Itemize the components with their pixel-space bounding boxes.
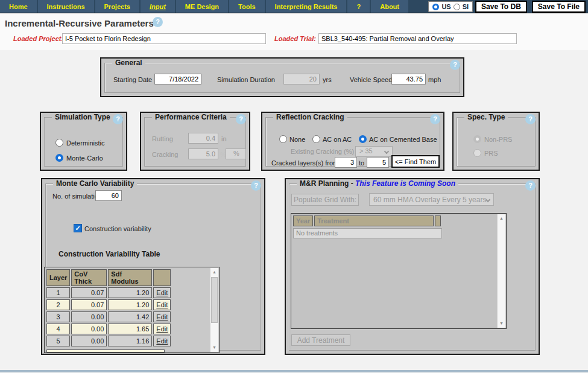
simulation-duration-label: Simulation Duration: [217, 76, 275, 83]
layer-cell: 1: [46, 287, 70, 298]
us-radio[interactable]: [432, 4, 439, 10]
deterministic-radio[interactable]: [55, 139, 63, 147]
cracked-from-field[interactable]: [335, 157, 357, 168]
table-row: 5 0.00 1.16 Edit: [46, 336, 171, 346]
layer-cell: 5: [46, 336, 70, 346]
cracked-to-field[interactable]: [367, 157, 389, 168]
page-help-icon[interactable]: ?: [153, 17, 163, 27]
loaded-trial-field[interactable]: [318, 33, 517, 44]
monte-carlo-help-icon[interactable]: ?: [251, 180, 261, 191]
existing-cracking-dropdown: > 35: [355, 146, 393, 157]
treatments-listview: Year Treatment No treatments ▲ ▼: [291, 213, 507, 329]
simulation-type-help-icon[interactable]: ?: [113, 114, 123, 124]
reflection-cracking-legend: Reflection Cracking: [273, 113, 347, 121]
construction-variability-label[interactable]: Construction variability: [84, 225, 151, 232]
non-prs-radio: [473, 135, 481, 143]
num-simulations-field[interactable]: [95, 190, 122, 201]
rutting-unit-label: in: [221, 135, 227, 142]
top-nav: Home Instructions Projects Input ME Desi…: [0, 0, 588, 13]
cracked-layers-label: Cracked layers(s) from: [271, 159, 338, 167]
partial-row: [46, 349, 165, 352]
nav-me-design[interactable]: ME Design: [176, 0, 228, 13]
table-row: 3 0.00 1.42 Edit: [46, 311, 171, 322]
mr-planning-legend: M&R Planning - This Feature is Coming So…: [297, 179, 458, 188]
vehicle-speed-field[interactable]: [391, 74, 426, 84]
table-row: 1 0.07 1.20 Edit: [46, 287, 171, 298]
none-radio[interactable]: [279, 135, 287, 143]
monte-carlo-radio-label[interactable]: Monte-Carlo: [66, 155, 103, 162]
nav-input[interactable]: Input: [141, 0, 175, 13]
edit-link[interactable]: Edit: [156, 337, 168, 345]
construction-variability-checkbox[interactable]: ✓: [74, 224, 82, 232]
scroll-up-icon[interactable]: ▲: [210, 268, 218, 276]
reflection-cracking-help-icon[interactable]: ?: [430, 114, 440, 124]
construction-table-scrollbar[interactable]: ▲ ▼: [210, 268, 218, 352]
cov-cell: 0.00: [71, 311, 107, 322]
populate-grid-value: 60 mm HMA Overlay Every 5 years: [373, 196, 486, 204]
chevron-down-icon: [384, 149, 389, 154]
nav-help[interactable]: ?: [347, 0, 370, 13]
spec-type-legend: Spec. Type: [464, 113, 508, 121]
nav-about[interactable]: About: [371, 0, 408, 13]
si-radio[interactable]: [454, 4, 460, 10]
ac-on-cemented-base-radio[interactable]: [359, 135, 367, 143]
save-to-file-button[interactable]: Save To File: [532, 1, 586, 13]
find-them-button[interactable]: <= Find Them: [391, 155, 440, 168]
table-row: 2 0.07 1.20 Edit: [46, 299, 171, 310]
to-label: to: [359, 159, 364, 167]
deterministic-radio-label[interactable]: Deterministic: [66, 139, 105, 147]
construction-table: Layer CoV Thick Sdf Modulus 1 0.07 1.20 …: [45, 268, 172, 348]
spec-type-help-icon[interactable]: ?: [525, 114, 536, 124]
coming-soon-text: This Feature is Coming Soon: [355, 179, 455, 188]
ac-on-ac-radio[interactable]: [312, 135, 320, 143]
starting-date-field[interactable]: [154, 74, 201, 84]
cracking-field: [188, 148, 218, 159]
add-treatment-button: Add Treatment: [291, 334, 350, 346]
populate-grid-dropdown: 60 mm HMA Overlay Every 5 years: [369, 193, 494, 206]
nav-instructions[interactable]: Instructions: [38, 0, 94, 13]
performance-criteria-legend: Performance Criteria: [152, 113, 230, 121]
monte-carlo-radio[interactable]: [55, 154, 63, 162]
edit-link[interactable]: Edit: [156, 289, 168, 296]
scroll-down-icon[interactable]: ▼: [210, 343, 218, 352]
existing-cracking-value: > 35: [359, 147, 373, 155]
page-title: Incremental-Recursive Parameters: [5, 18, 154, 28]
scroll-down-icon: ▼: [498, 319, 505, 328]
prs-radio-label: PRS: [484, 150, 498, 157]
general-help-icon[interactable]: ?: [450, 60, 460, 70]
nav-tools[interactable]: Tools: [229, 0, 265, 13]
extra-header: [435, 215, 441, 226]
no-treatments-row: No treatments: [293, 228, 442, 238]
bottom-accent-bar: [0, 370, 588, 372]
construction-table-title: Construction Variability Table: [58, 250, 160, 258]
edit-link[interactable]: Edit: [156, 313, 168, 320]
scroll-thumb[interactable]: [211, 277, 218, 323]
monte-carlo-variability-groupbox: Monte Carlo Variability ? No. of simulat…: [41, 178, 265, 355]
loaded-project-field[interactable]: [62, 33, 266, 44]
performance-criteria-help-icon[interactable]: ?: [236, 114, 246, 124]
nav-interpreting-results[interactable]: Interpreting Results: [266, 0, 347, 13]
populate-grid-button: Populate Grid With:: [291, 194, 359, 206]
layer-cell: 3: [46, 311, 70, 322]
simulation-duration-field: [283, 74, 320, 84]
mr-planning-help-icon[interactable]: ?: [525, 180, 536, 191]
cracking-unit-box: %: [226, 148, 246, 159]
treatments-scrollbar: ▲ ▼: [497, 214, 505, 328]
cov-cell: 0.00: [71, 324, 107, 334]
nav-home[interactable]: Home: [0, 0, 37, 13]
nav-projects[interactable]: Projects: [95, 0, 139, 13]
cracking-label: Cracking: [152, 151, 178, 158]
ac-on-ac-radio-label[interactable]: AC on AC: [323, 136, 352, 143]
si-radio-label: SI: [463, 3, 469, 10]
sdf-cell: 1.20: [108, 299, 152, 310]
treatments-table: Year Treatment: [292, 214, 442, 228]
edit-link[interactable]: Edit: [156, 325, 168, 333]
simulation-type-legend: Simulation Type: [52, 113, 113, 121]
edit-header: [153, 269, 171, 286]
ac-on-cemented-base-radio-label[interactable]: AC on Cemented Base: [369, 136, 437, 143]
save-to-db-button[interactable]: Save To DB: [475, 1, 527, 13]
edit-link[interactable]: Edit: [156, 301, 168, 308]
duration-unit-label: yrs: [323, 76, 332, 83]
none-radio-label[interactable]: None: [289, 136, 305, 143]
construction-table-listview: Layer CoV Thick Sdf Modulus 1 0.07 1.20 …: [44, 267, 220, 353]
